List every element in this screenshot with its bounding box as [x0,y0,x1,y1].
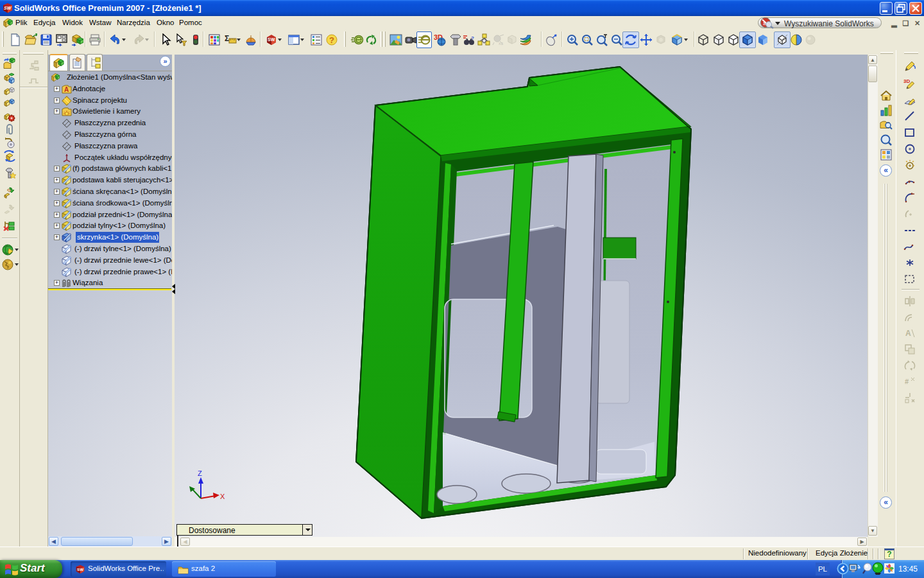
svg-text:?: ? [471,35,474,41]
svg-text:?: ? [329,35,334,45]
svg-text:A: A [905,329,911,338]
svg-text:xc: xc [499,41,504,46]
svg-text:SW: SW [4,6,12,10]
svg-text:Z: Z [198,469,202,477]
svg-text:SW: SW [77,567,83,572]
svg-text:X: X [220,493,225,500]
svg-text:Σ: Σ [225,34,229,43]
svg-text:SW: SW [268,37,275,42]
svg-text:#: # [905,378,909,385]
svg-text:3D: 3D [903,78,910,84]
svg-text:A: A [64,86,69,93]
